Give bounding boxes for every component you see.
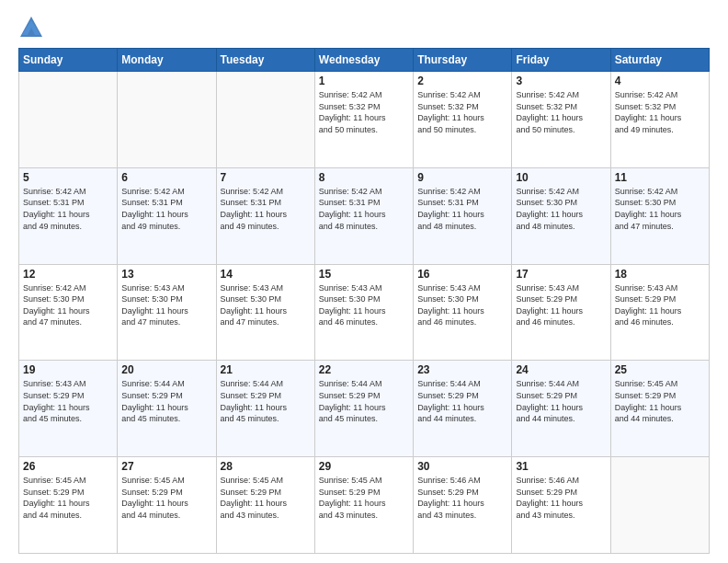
calendar-week-4: 19Sunrise: 5:43 AMSunset: 5:29 PMDayligh…	[19, 361, 710, 457]
calendar-week-2: 5Sunrise: 5:42 AMSunset: 5:31 PMDaylight…	[19, 167, 710, 264]
logo	[18, 15, 48, 40]
day-info: Sunrise: 5:44 AMSunset: 5:29 PMDaylight:…	[121, 378, 211, 424]
day-info: Sunrise: 5:43 AMSunset: 5:29 PMDaylight:…	[615, 282, 705, 328]
day-info: Sunrise: 5:44 AMSunset: 5:29 PMDaylight:…	[319, 378, 409, 424]
calendar-cell: 22Sunrise: 5:44 AMSunset: 5:29 PMDayligh…	[314, 361, 413, 457]
day-number: 18	[615, 268, 705, 281]
day-number: 7	[221, 171, 311, 184]
calendar-cell: 21Sunrise: 5:44 AMSunset: 5:29 PMDayligh…	[216, 361, 314, 457]
day-info: Sunrise: 5:42 AMSunset: 5:31 PMDaylight:…	[319, 186, 409, 232]
calendar-cell: 10Sunrise: 5:42 AMSunset: 5:30 PMDayligh…	[512, 167, 610, 264]
day-info: Sunrise: 5:43 AMSunset: 5:30 PMDaylight:…	[221, 282, 311, 328]
calendar-cell: 5Sunrise: 5:42 AMSunset: 5:31 PMDaylight…	[19, 167, 118, 264]
day-number: 28	[221, 460, 311, 473]
day-info: Sunrise: 5:42 AMSunset: 5:31 PMDaylight:…	[417, 186, 507, 232]
day-info: Sunrise: 5:46 AMSunset: 5:29 PMDaylight:…	[417, 475, 507, 521]
calendar-cell: 14Sunrise: 5:43 AMSunset: 5:30 PMDayligh…	[216, 264, 314, 361]
day-info: Sunrise: 5:43 AMSunset: 5:30 PMDaylight:…	[121, 282, 211, 328]
day-number: 21	[221, 363, 311, 376]
calendar-cell: 8Sunrise: 5:42 AMSunset: 5:31 PMDaylight…	[314, 167, 413, 264]
calendar-cell: 17Sunrise: 5:43 AMSunset: 5:29 PMDayligh…	[512, 264, 610, 361]
calendar-cell: 15Sunrise: 5:43 AMSunset: 5:30 PMDayligh…	[314, 264, 413, 361]
day-number: 5	[23, 171, 113, 184]
day-info: Sunrise: 5:42 AMSunset: 5:30 PMDaylight:…	[615, 186, 705, 232]
calendar-cell	[19, 72, 118, 168]
weekday-header-monday: Monday	[118, 49, 216, 72]
day-number: 23	[417, 363, 507, 376]
calendar-week-1: 1Sunrise: 5:42 AMSunset: 5:32 PMDaylight…	[19, 72, 710, 168]
day-info: Sunrise: 5:45 AMSunset: 5:29 PMDaylight:…	[221, 475, 311, 521]
page: SundayMondayTuesdayWednesdayThursdayFrid…	[0, 0, 728, 563]
calendar-cell: 7Sunrise: 5:42 AMSunset: 5:31 PMDaylight…	[216, 167, 314, 264]
day-number: 30	[417, 460, 507, 473]
day-info: Sunrise: 5:45 AMSunset: 5:29 PMDaylight:…	[23, 475, 113, 521]
day-number: 17	[516, 268, 606, 281]
day-number: 22	[319, 363, 409, 376]
calendar-cell: 20Sunrise: 5:44 AMSunset: 5:29 PMDayligh…	[118, 361, 216, 457]
day-info: Sunrise: 5:44 AMSunset: 5:29 PMDaylight:…	[417, 378, 507, 424]
calendar-cell: 23Sunrise: 5:44 AMSunset: 5:29 PMDayligh…	[414, 361, 512, 457]
day-info: Sunrise: 5:42 AMSunset: 5:31 PMDaylight:…	[121, 186, 211, 232]
day-number: 2	[417, 75, 507, 87]
calendar-cell: 3Sunrise: 5:42 AMSunset: 5:32 PMDaylight…	[512, 72, 610, 168]
day-info: Sunrise: 5:42 AMSunset: 5:32 PMDaylight:…	[516, 89, 606, 135]
day-info: Sunrise: 5:44 AMSunset: 5:29 PMDaylight:…	[516, 378, 606, 424]
calendar-cell: 6Sunrise: 5:42 AMSunset: 5:31 PMDaylight…	[118, 167, 216, 264]
day-number: 10	[516, 171, 606, 184]
calendar-cell: 13Sunrise: 5:43 AMSunset: 5:30 PMDayligh…	[118, 264, 216, 361]
day-number: 1	[319, 75, 409, 87]
weekday-header-wednesday: Wednesday	[314, 49, 413, 72]
day-number: 29	[319, 460, 409, 473]
weekday-header-thursday: Thursday	[414, 49, 512, 72]
day-number: 27	[121, 460, 211, 473]
calendar-cell: 27Sunrise: 5:45 AMSunset: 5:29 PMDayligh…	[118, 457, 216, 554]
calendar-cell: 18Sunrise: 5:43 AMSunset: 5:29 PMDayligh…	[610, 264, 709, 361]
weekday-header-sunday: Sunday	[19, 49, 118, 72]
day-number: 9	[417, 171, 507, 184]
day-number: 13	[121, 268, 211, 281]
day-info: Sunrise: 5:42 AMSunset: 5:32 PMDaylight:…	[319, 89, 409, 135]
calendar-cell	[216, 72, 314, 168]
day-info: Sunrise: 5:42 AMSunset: 5:31 PMDaylight:…	[23, 186, 113, 232]
day-number: 31	[516, 460, 606, 473]
day-info: Sunrise: 5:45 AMSunset: 5:29 PMDaylight:…	[615, 378, 705, 424]
day-info: Sunrise: 5:42 AMSunset: 5:32 PMDaylight:…	[615, 89, 705, 135]
day-info: Sunrise: 5:43 AMSunset: 5:29 PMDaylight:…	[23, 378, 113, 424]
day-number: 6	[121, 171, 211, 184]
calendar-cell: 29Sunrise: 5:45 AMSunset: 5:29 PMDayligh…	[314, 457, 413, 554]
day-number: 12	[23, 268, 113, 281]
day-info: Sunrise: 5:43 AMSunset: 5:30 PMDaylight:…	[319, 282, 409, 328]
day-info: Sunrise: 5:42 AMSunset: 5:30 PMDaylight:…	[23, 282, 113, 328]
calendar-cell: 4Sunrise: 5:42 AMSunset: 5:32 PMDaylight…	[610, 72, 709, 168]
day-info: Sunrise: 5:43 AMSunset: 5:29 PMDaylight:…	[516, 282, 606, 328]
day-number: 8	[319, 171, 409, 184]
day-number: 19	[23, 363, 113, 376]
day-info: Sunrise: 5:46 AMSunset: 5:29 PMDaylight:…	[516, 475, 606, 521]
calendar-cell: 19Sunrise: 5:43 AMSunset: 5:29 PMDayligh…	[19, 361, 118, 457]
weekday-header-row: SundayMondayTuesdayWednesdayThursdayFrid…	[19, 49, 710, 72]
weekday-header-saturday: Saturday	[610, 49, 709, 72]
day-number: 26	[23, 460, 113, 473]
logo-icon	[18, 15, 44, 40]
day-info: Sunrise: 5:42 AMSunset: 5:32 PMDaylight:…	[417, 89, 507, 135]
day-info: Sunrise: 5:44 AMSunset: 5:29 PMDaylight:…	[221, 378, 311, 424]
day-number: 11	[615, 171, 705, 184]
calendar-cell: 26Sunrise: 5:45 AMSunset: 5:29 PMDayligh…	[19, 457, 118, 554]
calendar-cell: 9Sunrise: 5:42 AMSunset: 5:31 PMDaylight…	[414, 167, 512, 264]
calendar-cell: 28Sunrise: 5:45 AMSunset: 5:29 PMDayligh…	[216, 457, 314, 554]
day-number: 3	[516, 75, 606, 87]
calendar-cell: 2Sunrise: 5:42 AMSunset: 5:32 PMDaylight…	[414, 72, 512, 168]
day-number: 4	[615, 75, 705, 87]
calendar-cell	[118, 72, 216, 168]
day-info: Sunrise: 5:42 AMSunset: 5:30 PMDaylight:…	[516, 186, 606, 232]
calendar-cell: 31Sunrise: 5:46 AMSunset: 5:29 PMDayligh…	[512, 457, 610, 554]
calendar-cell	[610, 457, 709, 554]
day-number: 25	[615, 363, 705, 376]
day-number: 15	[319, 268, 409, 281]
day-number: 14	[221, 268, 311, 281]
calendar-week-3: 12Sunrise: 5:42 AMSunset: 5:30 PMDayligh…	[19, 264, 710, 361]
day-number: 24	[516, 363, 606, 376]
weekday-header-tuesday: Tuesday	[216, 49, 314, 72]
calendar-cell: 30Sunrise: 5:46 AMSunset: 5:29 PMDayligh…	[414, 457, 512, 554]
calendar-week-5: 26Sunrise: 5:45 AMSunset: 5:29 PMDayligh…	[19, 457, 710, 554]
